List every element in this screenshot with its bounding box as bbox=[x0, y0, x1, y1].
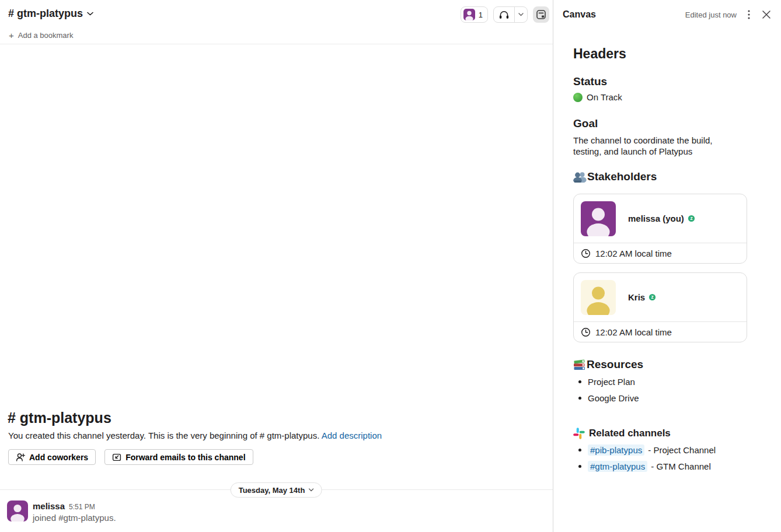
user-name: melissa (you) bbox=[628, 214, 684, 223]
clock-icon bbox=[581, 327, 591, 337]
green-circle-icon bbox=[573, 93, 583, 102]
canvas-icon bbox=[536, 9, 546, 20]
channel-description: - Project Channel bbox=[648, 444, 716, 456]
related-channels-heading-label: Related channels bbox=[589, 428, 671, 439]
member-count: 1 bbox=[479, 10, 483, 19]
list-item: Project Plan bbox=[578, 376, 639, 387]
local-time-row: 12:02 AM local time bbox=[574, 321, 747, 342]
add-coworkers-label: Add coworkers bbox=[29, 453, 88, 462]
channel-main-area: # gtm-platypus 1 bbox=[0, 0, 553, 532]
huddle-chevron-button[interactable] bbox=[515, 7, 527, 22]
local-time-label: 12:02 AM local time bbox=[595, 249, 672, 258]
avatar bbox=[581, 280, 616, 315]
add-coworkers-button[interactable]: Add coworkers bbox=[8, 449, 96, 465]
message-avatar[interactable] bbox=[7, 501, 28, 522]
email-forward-icon bbox=[112, 453, 121, 462]
chevron-down-icon bbox=[308, 488, 313, 492]
related-channels-list: #pib-platypus - Project Channel #gtm-pla… bbox=[578, 444, 716, 477]
headphones-icon[interactable] bbox=[494, 7, 514, 22]
user-name: Kris bbox=[628, 292, 645, 302]
channel-link[interactable]: #gtm-platypus bbox=[588, 461, 647, 472]
person-add-icon bbox=[16, 453, 25, 462]
plus-icon: + bbox=[9, 31, 14, 40]
member-avatar bbox=[463, 9, 475, 20]
user-name-row: Kris z bbox=[628, 292, 656, 302]
date-divider-pill[interactable]: Tuesday, May 14th bbox=[231, 482, 322, 498]
canvas-heading-related-channels: Related channels bbox=[573, 428, 671, 439]
channel-intro-text: You created this channel yesterday. This… bbox=[8, 430, 382, 440]
message-body: melissa 5:51 PM joined #gtm-platypus. bbox=[33, 501, 116, 523]
add-bookmark-button[interactable]: + Add a bookmark bbox=[9, 31, 73, 40]
channel-intro-buttons: Add coworkers Forward emails to this cha… bbox=[8, 449, 253, 465]
local-time-label: 12:02 AM local time bbox=[595, 327, 672, 337]
presence-snooze-icon: z bbox=[648, 293, 656, 301]
canvas-heading-goal: Goal bbox=[573, 117, 598, 130]
resources-list: Project Plan Google Drive bbox=[578, 376, 639, 409]
resources-heading-label: Resources bbox=[587, 358, 643, 371]
message-text: joined #gtm-platypus. bbox=[33, 512, 116, 523]
books-icon bbox=[573, 359, 585, 370]
list-item: Google Drive bbox=[578, 393, 639, 404]
status-row: On Track bbox=[573, 92, 622, 102]
bullet-icon bbox=[578, 397, 581, 400]
canvas-heading-headers: Headers bbox=[573, 46, 626, 62]
user-chip[interactable]: melissa (you) z bbox=[574, 194, 747, 243]
channel-description: - GTM Channel bbox=[651, 461, 711, 472]
channel-name: # gtm-platypus bbox=[8, 8, 83, 20]
bullet-icon bbox=[578, 465, 581, 468]
list-item: #gtm-platypus - GTM Channel bbox=[578, 461, 716, 472]
goal-text: The channel to coordinate the build, tes… bbox=[573, 135, 737, 157]
status-value: On Track bbox=[587, 92, 622, 102]
local-time-row: 12:02 AM local time bbox=[574, 243, 747, 264]
canvas-menu-button[interactable] bbox=[747, 9, 751, 20]
channel-title-button[interactable]: # gtm-platypus bbox=[8, 8, 93, 20]
chevron-down-icon bbox=[87, 12, 93, 16]
message-timestamp[interactable]: 5:51 PM bbox=[69, 502, 95, 512]
kebab-icon bbox=[748, 10, 750, 19]
date-divider-label: Tuesday, May 14th bbox=[239, 486, 305, 495]
message-meta: melissa 5:51 PM bbox=[33, 501, 116, 512]
canvas-header-actions: Edited just now bbox=[685, 9, 772, 20]
avatar bbox=[581, 201, 616, 236]
bullet-icon bbox=[578, 449, 581, 452]
add-description-link[interactable]: Add description bbox=[322, 430, 382, 440]
stakeholders-heading-label: Stakeholders bbox=[587, 170, 657, 183]
channel-intro-title: # gtm-platypus bbox=[8, 410, 111, 426]
user-chip[interactable]: Kris z bbox=[574, 273, 747, 321]
people-icon bbox=[573, 171, 587, 183]
close-icon bbox=[762, 10, 770, 19]
bookmarks-bar: + Add a bookmark bbox=[0, 27, 553, 44]
user-name-row: melissa (you) z bbox=[628, 214, 695, 223]
forward-emails-button[interactable]: Forward emails to this channel bbox=[104, 449, 253, 465]
members-button[interactable]: 1 bbox=[461, 6, 488, 23]
add-bookmark-label: Add a bookmark bbox=[18, 31, 74, 40]
stakeholder-card: melissa (you) z 12:02 AM local time bbox=[573, 194, 747, 264]
canvas-heading-resources: Resources bbox=[573, 358, 643, 371]
bullet-icon bbox=[578, 380, 581, 383]
svg-text:z: z bbox=[651, 294, 654, 300]
resource-label: Google Drive bbox=[588, 393, 639, 404]
canvas-header: Canvas Edited just now bbox=[553, 0, 781, 29]
canvas-heading-status: Status bbox=[573, 75, 607, 88]
slack-logo-icon bbox=[573, 428, 585, 439]
canvas-panel: Canvas Edited just now Headers Status On… bbox=[553, 0, 781, 532]
huddle-button[interactable] bbox=[493, 6, 528, 23]
canvas-title: Canvas bbox=[563, 9, 596, 20]
clock-icon bbox=[581, 249, 591, 258]
stakeholder-card: Kris z 12:02 AM local time bbox=[573, 272, 747, 342]
list-item: #pib-platypus - Project Channel bbox=[578, 444, 716, 456]
message-row: melissa 5:51 PM joined #gtm-platypus. bbox=[7, 501, 116, 523]
message-author[interactable]: melissa bbox=[33, 501, 65, 512]
canvas-edited-status: Edited just now bbox=[685, 10, 737, 19]
channel-link[interactable]: #pib-platypus bbox=[588, 444, 644, 456]
canvas-heading-stakeholders: Stakeholders bbox=[573, 170, 657, 183]
intro-description: You created this channel yesterday. This… bbox=[8, 430, 319, 440]
canvas-close-button[interactable] bbox=[761, 9, 772, 20]
svg-text:z: z bbox=[690, 215, 692, 221]
resource-label: Project Plan bbox=[588, 376, 635, 387]
canvas-toggle-button[interactable] bbox=[533, 6, 549, 23]
forward-emails-label: Forward emails to this channel bbox=[125, 453, 245, 462]
presence-snooze-icon: z bbox=[688, 215, 695, 222]
channel-header-actions: 1 bbox=[461, 6, 549, 23]
